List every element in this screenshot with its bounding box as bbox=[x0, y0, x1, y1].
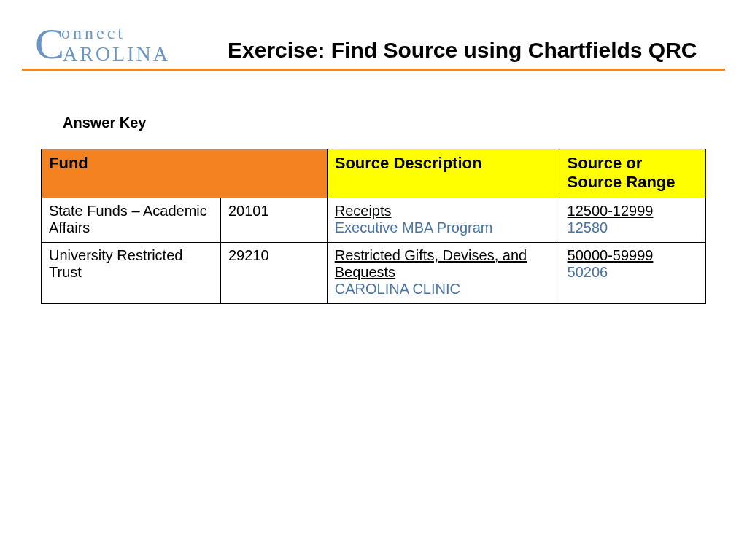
content-area: Answer Key Fund Source Description Sourc… bbox=[22, 114, 725, 304]
cell-fund-code: 29210 bbox=[220, 243, 327, 304]
desc-main: Receipts bbox=[335, 203, 392, 219]
cell-source-description: Receipts Executive MBA Program bbox=[327, 198, 560, 243]
desc-main: Restricted Gifts, Devises, and Bequests bbox=[335, 247, 527, 280]
cell-fund-name: University Restricted Trust bbox=[42, 243, 221, 304]
desc-link: Executive MBA Program bbox=[335, 219, 493, 236]
desc-link: CAROLINA CLINIC bbox=[335, 281, 460, 297]
page-title: Exercise: Find Source using Chartfields … bbox=[228, 38, 697, 64]
cell-source-range: 50000-59999 50206 bbox=[560, 243, 705, 304]
logo-letter-c: C bbox=[35, 19, 64, 69]
table-row: University Restricted Trust 29210 Restri… bbox=[42, 243, 706, 304]
cell-source-description: Restricted Gifts, Devises, and Bequests … bbox=[327, 243, 560, 304]
table-row: State Funds – Academic Affairs 20101 Rec… bbox=[42, 198, 706, 243]
logo-text-bottom: AROLINA bbox=[63, 42, 170, 66]
cell-source-range: 12500-12999 12580 bbox=[560, 198, 705, 243]
source-code: 12580 bbox=[568, 219, 698, 236]
range-value: 12500-12999 bbox=[568, 203, 698, 219]
col-header-fund: Fund bbox=[42, 149, 328, 198]
subheading-answer-key: Answer Key bbox=[63, 114, 706, 131]
table-header-row: Fund Source Description Source or Source… bbox=[42, 149, 706, 198]
header: C onnect AROLINA Exercise: Find Source u… bbox=[22, 20, 725, 71]
cell-fund-name: State Funds – Academic Affairs bbox=[42, 198, 221, 243]
col-header-source-range: Source or Source Range bbox=[560, 149, 705, 198]
connect-carolina-logo: C onnect AROLINA bbox=[22, 20, 204, 64]
answer-key-table: Fund Source Description Source or Source… bbox=[41, 149, 706, 304]
cell-fund-code: 20101 bbox=[220, 198, 327, 243]
range-value: 50000-59999 bbox=[568, 247, 698, 264]
col-header-source-desc: Source Description bbox=[327, 149, 560, 198]
slide-page: C onnect AROLINA Exercise: Find Source u… bbox=[0, 0, 747, 304]
source-code: 50206 bbox=[568, 264, 698, 281]
logo-text-top: onnect bbox=[61, 23, 125, 43]
